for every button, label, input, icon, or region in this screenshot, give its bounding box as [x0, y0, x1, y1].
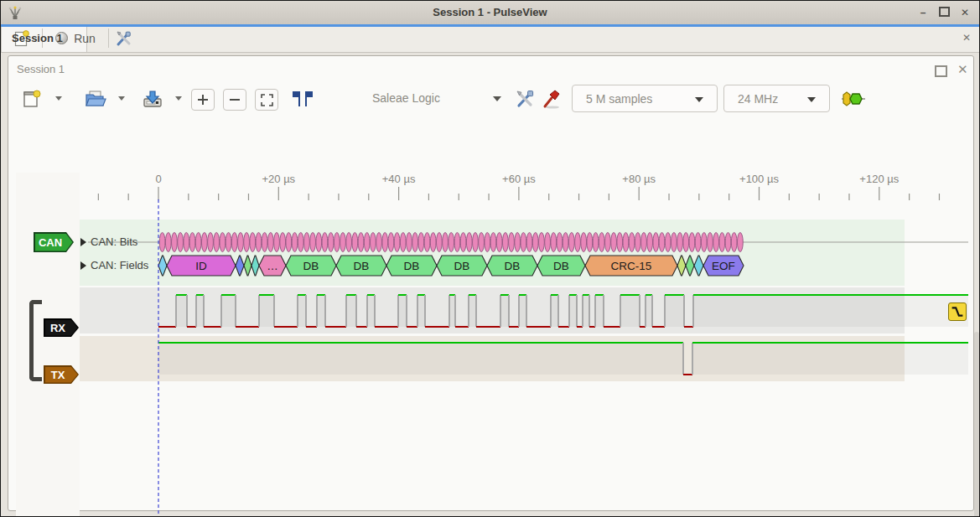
can-bit	[526, 233, 532, 252]
can-decoder-tag[interactable]: CAN	[34, 232, 74, 252]
tab-close-icon[interactable]: ✕	[962, 32, 971, 44]
field-annotation	[686, 256, 694, 276]
vertical-scrollbar-handle[interactable]	[974, 332, 979, 517]
rx-waveform-fill	[449, 295, 455, 327]
field-annotation-label: CRC-15	[611, 260, 652, 272]
can-bit	[701, 233, 707, 252]
can-bit	[195, 233, 201, 252]
settings-button[interactable]	[112, 27, 136, 49]
device-select[interactable]: Saleae Logic	[359, 85, 510, 112]
can-bit	[382, 233, 388, 252]
subwindow-close-button[interactable]: ✕	[957, 62, 968, 77]
can-bit	[165, 233, 171, 252]
can-bit	[551, 233, 557, 252]
zoom-in-button[interactable]	[191, 89, 215, 111]
open-button[interactable]	[82, 86, 109, 111]
can-bit	[310, 233, 316, 252]
zoom-in-icon	[197, 94, 209, 106]
can-bit	[388, 233, 394, 252]
pulseview-window: Session 1 - PulseView – ✕ Run	[0, 0, 980, 517]
minimize-button[interactable]: –	[916, 7, 930, 18]
sample-count-select[interactable]: 5 M samples	[572, 85, 718, 112]
channel-group-bracket[interactable]	[29, 300, 42, 381]
channels-button[interactable]	[540, 86, 565, 111]
can-bit	[267, 233, 273, 252]
can-bit	[226, 233, 231, 252]
rx-waveform-fill	[317, 295, 325, 327]
can-bit	[677, 233, 683, 252]
can-bit	[407, 233, 412, 252]
add-decoder-button[interactable]	[840, 86, 867, 111]
field-annotation	[158, 256, 167, 276]
ruler-label: +60 µs	[502, 173, 536, 185]
rx-waveform-fill	[693, 295, 968, 327]
can-bit	[568, 233, 574, 252]
expander-can-bits-icon[interactable]	[80, 238, 86, 246]
can-bit	[665, 233, 671, 252]
restore-button[interactable]	[935, 65, 947, 77]
save-dropdown-arrow[interactable]	[175, 96, 182, 101]
rx-waveform-fill	[551, 295, 558, 327]
can-bit	[623, 233, 629, 252]
chevron-down-icon	[695, 97, 703, 102]
can-bit	[418, 233, 424, 252]
can-bit	[659, 233, 665, 252]
field-annotation	[236, 256, 244, 276]
zoom-out-button[interactable]	[223, 89, 246, 111]
can-bit	[587, 233, 593, 252]
can-bit	[220, 233, 226, 252]
maximize-button[interactable]	[937, 7, 951, 18]
save-button[interactable]	[139, 86, 166, 111]
rx-waveform-fill	[500, 295, 509, 327]
new-file-dropdown-arrow[interactable]	[55, 96, 62, 101]
can-bit	[443, 233, 449, 252]
can-bit	[298, 233, 303, 252]
can-bit	[466, 233, 472, 252]
sample-rate-select[interactable]: 24 MHz	[723, 85, 830, 112]
can-bit	[617, 233, 623, 252]
rx-channel-tag[interactable]: RX	[44, 318, 79, 337]
can-bit	[557, 233, 563, 252]
chevron-down-icon	[807, 97, 816, 102]
can-bit	[502, 233, 508, 252]
trigger-marker[interactable]	[948, 302, 967, 321]
can-bit	[593, 233, 599, 252]
can-bit	[708, 233, 713, 252]
new-file-icon	[23, 89, 41, 109]
zoom-fit-button[interactable]	[255, 89, 278, 111]
can-bit	[641, 233, 647, 252]
rx-waveform-fill	[196, 295, 204, 327]
cursors-flags-icon	[290, 90, 315, 108]
open-dropdown-arrow[interactable]	[118, 96, 125, 101]
ruler-label: +80 µs	[622, 173, 656, 185]
can-bit	[184, 233, 189, 252]
rx-waveform-fill	[221, 295, 236, 327]
can-bit	[238, 233, 244, 252]
can-bit	[575, 233, 581, 252]
can-bit	[178, 233, 184, 252]
field-annotation	[251, 256, 259, 276]
expander-can-fields-icon[interactable]	[80, 261, 86, 270]
rx-waveform-fill	[665, 295, 684, 327]
run-label: Run	[74, 32, 96, 45]
show-cursors-button[interactable]	[288, 86, 317, 111]
can-bit	[689, 233, 695, 252]
can-bit	[172, 233, 178, 252]
new-file-button[interactable]	[20, 86, 44, 111]
trace-view[interactable]: 0+20 µs+40 µs+60 µs+80 µs+100 µs+120 µsI…	[16, 173, 980, 517]
tab-accent	[1, 24, 979, 27]
can-bit	[731, 233, 737, 252]
can-bit	[509, 233, 515, 252]
device-config-button[interactable]	[511, 86, 538, 111]
can-bit	[490, 233, 496, 252]
can-bit	[611, 233, 617, 252]
rx-waveform-fill	[367, 295, 375, 327]
field-annotation	[694, 256, 703, 276]
can-bit	[376, 233, 382, 252]
close-button[interactable]: ✕	[958, 7, 972, 18]
can-bit	[208, 233, 214, 252]
can-bit	[262, 233, 267, 252]
row-label-can-bits: CAN: Bits	[91, 235, 137, 248]
tx-channel-tag[interactable]: TX	[44, 365, 79, 384]
field-annotation-label: EOF	[712, 260, 735, 272]
